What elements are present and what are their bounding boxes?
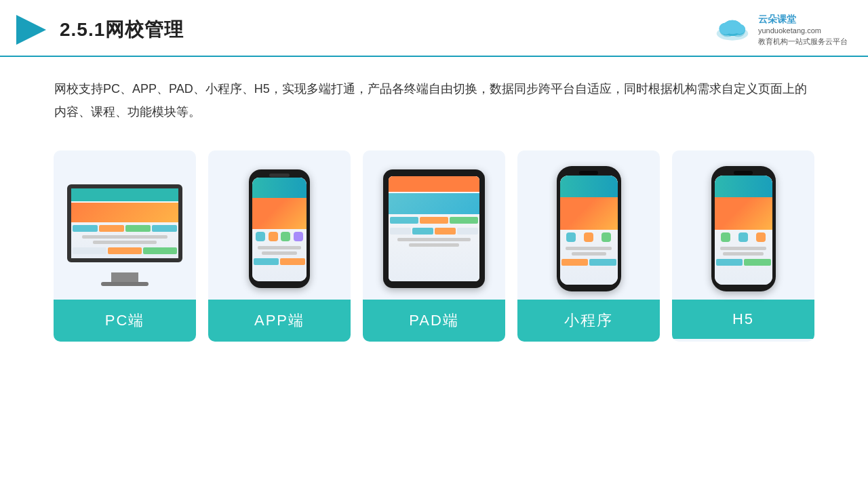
page-header: 2.5.1网校管理 云朵课堂 yunduoketang.com 教育机构一站式服…	[0, 0, 868, 57]
tablet-pad-icon	[383, 169, 485, 288]
card-pad-image	[363, 150, 505, 300]
card-h5-image	[672, 150, 814, 300]
svg-point-9	[734, 24, 745, 35]
cards-container: PC端	[0, 130, 868, 362]
svg-point-8	[719, 22, 732, 34]
card-miniprogram-label: 小程序	[517, 300, 660, 342]
description-text: 网校支持PC、APP、PAD、小程序、H5，实现多端打通，产品各终端自由切换，数…	[0, 57, 868, 130]
logo-tagline: 教育机构一站式服务云平台	[758, 37, 848, 47]
card-pad: PAD端	[363, 150, 505, 342]
logo-url: yunduoketang.com	[758, 26, 848, 36]
card-miniprogram-image	[517, 150, 660, 300]
description-content: 网校支持PC、APP、PAD、小程序、H5，实现多端打通，产品各终端自由切换，数…	[54, 82, 807, 119]
svg-marker-0	[16, 15, 46, 45]
card-pad-label: PAD端	[363, 300, 505, 342]
card-h5-label: H5	[672, 300, 814, 339]
phone-h5-icon	[711, 166, 776, 291]
pc-monitor-icon	[64, 184, 186, 272]
card-app-image	[208, 150, 351, 300]
page-title: 2.5.1网校管理	[60, 17, 184, 43]
play-icon	[14, 12, 49, 47]
card-app: APP端	[208, 150, 351, 342]
header-left: 2.5.1网校管理	[14, 12, 184, 47]
phone-miniprogram-icon	[557, 166, 621, 291]
logo-area: 云朵课堂 yunduoketang.com 教育机构一站式服务云平台	[712, 13, 848, 47]
logo-icon	[712, 16, 753, 43]
card-pc: PC端	[54, 150, 196, 342]
card-app-label: APP端	[208, 300, 351, 342]
card-miniprogram: 小程序	[517, 150, 660, 342]
logo-name: 云朵课堂	[758, 13, 848, 26]
card-pc-image	[54, 150, 196, 300]
card-pc-label: PC端	[54, 300, 196, 342]
logo-text-block: 云朵课堂 yunduoketang.com 教育机构一站式服务云平台	[758, 13, 848, 47]
card-h5: H5	[672, 150, 814, 342]
phone-app-icon	[249, 169, 310, 288]
